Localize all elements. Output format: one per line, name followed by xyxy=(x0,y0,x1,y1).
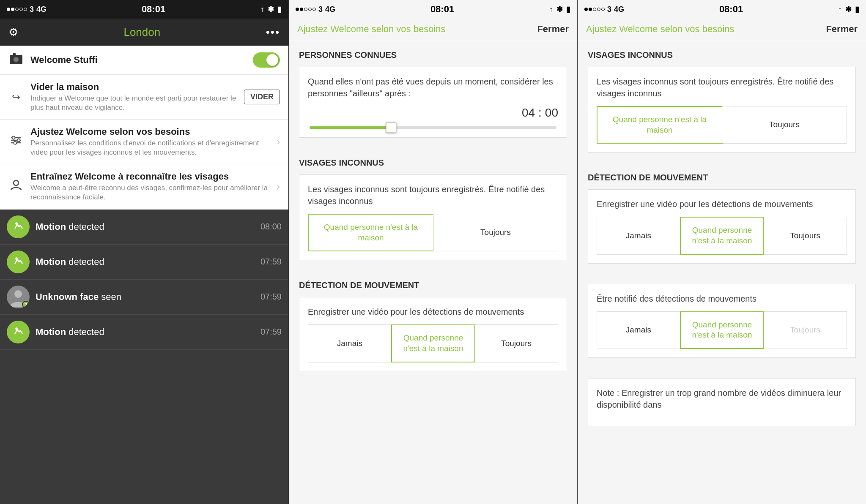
activity-label-2: Motion xyxy=(36,256,66,267)
visages-inconnus-title-2: VISAGES INCONNUS xyxy=(299,158,567,168)
activity-action-1: detected xyxy=(69,221,104,232)
dot4 xyxy=(19,8,23,11)
dot1-2 xyxy=(296,8,299,11)
dot3-3 xyxy=(593,8,596,11)
option-toujours-notif-3[interactable]: Toujours xyxy=(764,312,847,349)
visages-options-3: Quand personne n'est à la maison Toujour… xyxy=(597,106,847,144)
slider-track[interactable] xyxy=(310,126,556,129)
svg-point-11 xyxy=(11,219,26,234)
detection-body-2: Enregistrer une vidéo pour les détection… xyxy=(299,297,567,371)
option-toujours-2[interactable]: Toujours xyxy=(433,214,558,251)
activity-time-3: 07:59 xyxy=(260,292,282,302)
etre-notifie-text-3: Être notifié des détections de mouvement… xyxy=(597,293,847,305)
status-time-3: 08:01 xyxy=(719,4,743,15)
menu-item-vider-maison[interactable]: ↪ Vider la maison Indiquer a Welcome que… xyxy=(0,75,288,120)
menu-item-ajustez[interactable]: Ajustez Welcome selon vos besoins Person… xyxy=(0,120,288,164)
option-quand-personne-notif-3[interactable]: Quand personne n'est à la maison xyxy=(680,311,765,349)
section-etre-notifie-3: Être notifié des détections de mouvement… xyxy=(578,274,866,358)
activity-item-1[interactable]: Motion detected 08:00 xyxy=(0,210,288,245)
settings-icon[interactable]: ⚙ xyxy=(8,26,18,39)
activity-text-2: Motion detected xyxy=(36,256,255,267)
unknown-face-avatar: ? xyxy=(7,286,30,308)
activity-text-1: Motion detected xyxy=(36,221,255,232)
status-left-3: 3 4G xyxy=(584,5,624,14)
chevron-right-icon-2: › xyxy=(277,181,280,192)
visages-inconnus-body-2: Les visages inconnus sont toujours enreg… xyxy=(299,174,567,260)
vider-button[interactable]: VIDER xyxy=(244,90,280,104)
vider-btn-action[interactable]: VIDER xyxy=(244,90,280,104)
activity-action-4: detected xyxy=(69,327,104,337)
activity-label-4: Motion xyxy=(36,327,66,337)
status-time: 08:01 xyxy=(142,4,165,15)
settings-title-3: Ajustez Welcome selon vos besoins xyxy=(586,24,826,35)
slider-container[interactable] xyxy=(308,126,558,129)
svg-point-7 xyxy=(12,136,15,139)
activity-item-2[interactable]: Motion detected 07:59 xyxy=(0,245,288,280)
option-jamais-notif-3[interactable]: Jamais xyxy=(597,312,680,349)
note-body-3: Note : Enregistrer un trop grand nombre … xyxy=(588,378,856,426)
dot2-2 xyxy=(300,8,303,11)
status-right-2: ↑ ✱ ▮ xyxy=(549,5,570,14)
time-colon: : xyxy=(538,106,542,120)
svg-point-2 xyxy=(14,57,18,62)
section-note-3: Note : Enregistrer un trop grand nombre … xyxy=(578,368,866,426)
option-quand-personne-3[interactable]: Quand personne n'est à la maison xyxy=(597,106,723,144)
welcome-stuffi-toggle[interactable] xyxy=(253,52,280,68)
motion-avatar-1 xyxy=(7,215,30,238)
svg-point-8 xyxy=(17,139,20,142)
ajustez-subtitle: Personnalisez les conditions d'envoi de … xyxy=(30,139,270,157)
visages-inconnus-text-2: Les visages inconnus sont toujours enreg… xyxy=(308,183,558,207)
option-jamais-3[interactable]: Jamais xyxy=(597,217,680,254)
camera-icon xyxy=(8,53,24,67)
status-right: ↑ ✱ ▮ xyxy=(260,5,282,14)
detection-options-3: Jamais Quand personne n'est à la maison … xyxy=(597,217,847,254)
battery-icon: ▮ xyxy=(277,5,282,14)
settings-title-2: Ajustez Welcome selon vos besoins xyxy=(297,24,537,35)
dot5-3 xyxy=(601,8,605,11)
person-icon xyxy=(8,179,24,194)
exit-icon: ↪ xyxy=(8,91,24,103)
activity-item-3[interactable]: ? Unknown face seen 07:59 xyxy=(0,280,288,315)
dot5-2 xyxy=(312,8,316,11)
fermer-button-2[interactable]: Fermer xyxy=(537,24,569,35)
fermer-button-3[interactable]: Fermer xyxy=(826,24,858,35)
option-quand-personne-det-3[interactable]: Quand personne n'est à la maison xyxy=(680,217,765,254)
svg-point-13 xyxy=(11,254,26,270)
dot5 xyxy=(24,8,27,11)
bluetooth-icon: ✱ xyxy=(268,5,274,14)
option-jamais-2[interactable]: Jamais xyxy=(308,325,392,362)
signal-dots-3 xyxy=(584,8,605,11)
activity-time-4: 07:59 xyxy=(260,327,282,337)
settings-header-2: Ajustez Welcome selon vos besoins Fermer xyxy=(289,19,577,40)
panel-main: 3 4G 08:01 ↑ ✱ ▮ ⚙ London ••• xyxy=(0,0,289,504)
menu-item-welcome-stuffi[interactable]: Welcome Stuffi xyxy=(0,46,288,75)
option-quand-personne-2[interactable]: Quand personne n'est à la maison xyxy=(308,214,434,251)
battery-icon-3: ▮ xyxy=(855,5,859,14)
option-toujours-det-3[interactable]: Toujours xyxy=(764,217,847,254)
panel-settings-2: 3 4G 08:01 ↑ ✱ ▮ Ajustez Welcome selon v… xyxy=(289,0,578,504)
settings-content-2: PERSONNES CONNUES Quand elles n'ont pas … xyxy=(289,40,577,504)
status-left: 3 4G xyxy=(7,5,47,14)
toggle-action[interactable] xyxy=(253,52,280,68)
dot3 xyxy=(15,8,19,11)
battery-icon-2: ▮ xyxy=(566,5,570,14)
more-options-icon[interactable]: ••• xyxy=(266,26,280,39)
motion-avatar-2 xyxy=(7,251,30,273)
activity-action-2: detected xyxy=(69,256,104,267)
svg-point-14 xyxy=(15,257,18,260)
entrainer-title: Entraînez Welcome à reconnaître les visa… xyxy=(30,171,270,182)
chevron-right-icon: › xyxy=(277,136,280,147)
slider-thumb[interactable] xyxy=(386,122,397,133)
activity-action-3: seen xyxy=(101,292,121,302)
vider-maison-content: Vider la maison Indiquer a Welcome que t… xyxy=(30,82,237,112)
option-toujours-3[interactable]: Toujours xyxy=(722,106,847,143)
entrainer-chevron[interactable]: › xyxy=(277,181,280,192)
option-toujours-det-2[interactable]: Toujours xyxy=(475,325,558,362)
menu-item-entrainer[interactable]: Entraînez Welcome à reconnaître les visa… xyxy=(0,164,288,209)
adjust-icon xyxy=(8,135,24,148)
option-quand-personne-det-2[interactable]: Quand personne n'est à la maison xyxy=(391,324,476,362)
status-left-2: 3 4G xyxy=(296,5,335,14)
status-bar-3: 3 4G 08:01 ↑ ✱ ▮ xyxy=(578,0,866,19)
ajustez-chevron[interactable]: › xyxy=(277,136,280,147)
activity-item-4[interactable]: Motion detected 07:59 xyxy=(0,315,288,350)
